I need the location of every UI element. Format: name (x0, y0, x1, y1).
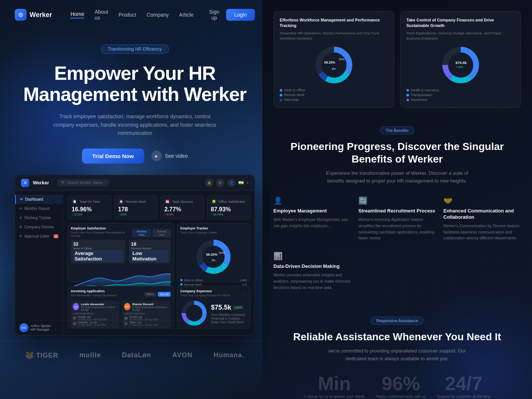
tracker-options-icon[interactable]: ⋮ (243, 229, 247, 233)
legend-work-office: Work In Office 1,400 (180, 279, 247, 282)
workforce-donut-wrap: 58.33% 25% 8% (280, 45, 388, 85)
nav-company[interactable]: Company (147, 12, 169, 18)
hero-badge: Transforming HR Efficiency (101, 44, 168, 54)
logo: ⚙ Werker (15, 9, 52, 21)
hero-title-line1: Empower Your HR (54, 62, 216, 84)
applicant-info-0: LA Leslie Alexander 91 Years Experience … (73, 303, 117, 311)
finance-card-title: Take Control of Company Finances and Dri… (406, 17, 515, 29)
filter-button[interactable]: Filters (144, 292, 156, 297)
nav-article[interactable]: Article (179, 12, 194, 18)
tracker-donut-svg: 58.33% 25% 8% (195, 238, 232, 275)
kpi-value-ontime: 16.96% (72, 206, 107, 213)
wf-legend-dot-intern (280, 99, 282, 101)
kpi-icon-remote: 🏠 (118, 199, 124, 205)
svg-text:58.33%: 58.33% (324, 61, 335, 64)
svg-text:$75.5k: $75.5k (455, 61, 467, 65)
nav-home[interactable]: Home (71, 11, 84, 18)
sidebar-item-monthly[interactable]: Monthly Report (15, 204, 63, 213)
wf-legend-remote: Remote Work (280, 93, 388, 97)
sidebar-item-tracker[interactable]: Working Tracker (15, 213, 63, 222)
workforce-card-sub: Streamline HR Operations, Monitor Perfor… (280, 31, 388, 41)
exp-dot: D (73, 316, 76, 320)
dash-search[interactable]: 🔍 Search Worker Name (57, 179, 109, 186)
stats-row: Min 1 minute for us to answer your needs… (273, 374, 521, 399)
sidebar-approval-label: Approval Letter (24, 234, 50, 238)
stat-pct-value: 96% (376, 374, 426, 393)
benefit-communication-desc: Werker's Communication by Division featu… (443, 223, 521, 241)
wf-legend-label-remote: Remote Work (284, 93, 304, 97)
expenses-sub: Track Your Company Finance Per Month (180, 294, 230, 297)
stat-247-value: 24/7 (437, 374, 491, 393)
dash-header-icons: 🔔 ⚙ 👤 🇮🇳 ▾ (205, 179, 249, 187)
kpi-value-remote: 178 (118, 206, 154, 213)
language-dropdown[interactable]: ▾ (247, 181, 249, 185)
stat-pct: 96% Happy customers work with us (376, 374, 426, 399)
sidebar-dot (20, 198, 23, 200)
employer-satisfaction-card: Employer Satisfaction Track How Your Emp… (68, 223, 174, 282)
kpi-icon-ontime: 📋 (72, 199, 78, 205)
see-all-button[interactable]: See All (158, 292, 171, 297)
exp-company-docker: Docker, Inc. (129, 316, 158, 318)
kpi-remote-work: 🏠 Remote Work 178 ↑ 10% (114, 195, 158, 219)
benefit-recruitment: 🔄 Streamlined Recruitment Process Werker… (358, 196, 436, 241)
brand-humana: Humana. (214, 351, 244, 359)
svg-text:58.33%: 58.33% (206, 253, 218, 256)
benefit-employee-desc: With Werker's Employee Management, you c… (273, 216, 351, 229)
sign-up-button[interactable]: Sign up (208, 9, 220, 21)
hero-title-line2: Management with Werker (23, 83, 246, 105)
settings-icon[interactable]: ⚙ (216, 179, 224, 187)
sat-stats: 32 Work In Office Average Satisfaction 1… (71, 240, 171, 263)
fin-legend-invest: Investment (406, 98, 515, 102)
svg-text:25%: 25% (219, 251, 225, 255)
avatar-icon[interactable]: 👤 (227, 179, 235, 187)
login-button[interactable]: Login (226, 9, 255, 21)
wf-legend-label-office: Work In Office (284, 88, 305, 92)
incoming-sub: Find Renewable Contract By Division (71, 294, 117, 297)
stat-min-value: Min (304, 374, 365, 393)
nav-right: Sign up Login (208, 9, 255, 21)
benefits-title: Pioneering Progress, Discover the Singul… (273, 140, 521, 165)
fin-legend-dot-transport (406, 94, 409, 96)
notifications-icon[interactable]: 🔔 (205, 179, 213, 187)
benefits-badge: The Benefits (380, 126, 414, 134)
finance-donut-svg: $75.5k +19% (440, 45, 481, 85)
data-driven-icon: 📊 (273, 252, 351, 260)
tracker-donut-wrap: 58.33% 25% 8% (180, 236, 247, 277)
sidebar-item-dashboard[interactable]: Dashboard (15, 195, 63, 204)
benefit-employee: 👤 Employee Management With Werker's Empl… (273, 196, 351, 241)
wf-legend-dot-remote (280, 94, 282, 96)
emp-tracker-title: Employer Tracker (180, 226, 217, 230)
logo-icon: ⚙ (15, 9, 27, 21)
search-placeholder: Search Worker Name (67, 181, 103, 185)
trial-demo-button[interactable]: Trial Demo Now (82, 149, 144, 164)
sidebar-dot (20, 226, 22, 228)
workforce-card-title: Effortless Workforce Management and Perf… (280, 17, 388, 29)
nav-product[interactable]: Product (119, 12, 136, 18)
nav-about[interactable]: About us (95, 9, 108, 21)
benefits-grid: 👤 Employee Management With Werker's Empl… (273, 196, 521, 290)
language-flag[interactable]: 🇮🇳 (238, 180, 244, 185)
logo-text: Werker (30, 11, 52, 19)
see-video-button[interactable]: ▶ See video (151, 151, 188, 161)
sidebar-dashboard-label: Dashboard (25, 197, 43, 201)
assistance-badge: Responsive Assistance (371, 317, 423, 325)
right-panel: Effortless Workforce Management and Perf… (262, 0, 532, 399)
brand-datalon: DataLøn (122, 351, 151, 359)
benefits-subtitle: Experience the transformative power of W… (323, 170, 471, 185)
workforce-legend: Work In Office Remote Work Internship (280, 88, 388, 102)
sidebar-item-approval[interactable]: Approval Letter ● (15, 232, 63, 241)
sidebar-item-division[interactable]: Company Division (15, 222, 63, 232)
benefit-employee-title: Employee Management (273, 208, 351, 214)
stat-min: Min 1 minute for us to answer your needs (304, 374, 365, 399)
dashboard-mockup: ⚙ Werker 🔍 Search Worker Name 🔔 ⚙ 👤 🇮🇳 ▾… (15, 175, 255, 335)
expenses-options-icon[interactable]: ⋮ (243, 292, 247, 296)
fin-legend-health: Health & Insurance (406, 88, 515, 92)
dash-main: 📋 Total On Time 16.96% ↑ 12.3% 🏠 Remote … (63, 191, 255, 335)
wf-legend-intern: Internship (280, 98, 388, 102)
monthly-view-button[interactable]: Monthly View (132, 229, 151, 237)
applicant-details-0: Leslie Alexander 91 Years Experience in … (81, 303, 117, 311)
annual-view-button[interactable]: Annual View (153, 229, 171, 237)
benefit-recruitment-title: Streamlined Recruitment Process (358, 208, 436, 214)
exp-company-0: Drupal, Inc. (78, 316, 107, 318)
expenses-total: $75.5k (211, 304, 231, 311)
